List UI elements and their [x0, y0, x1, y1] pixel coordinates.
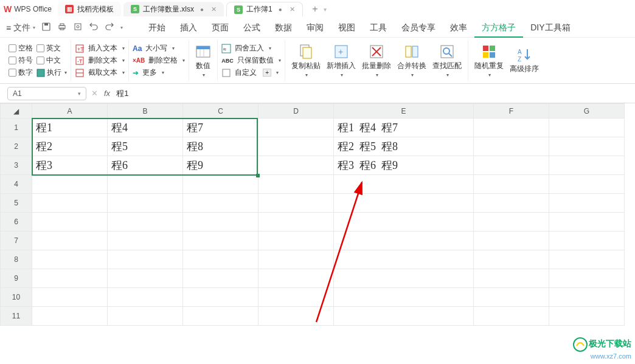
check-english[interactable]: 英文 [36, 43, 61, 53]
file-menu[interactable]: ≡ 文件 ▾ [6, 22, 35, 33]
cell-F7[interactable] [474, 232, 549, 250]
tab-workbook-2[interactable]: S 工作簿1 ● ✕ [226, 2, 303, 16]
cell-B11[interactable] [108, 307, 183, 326]
custom-button[interactable]: 自定义 + [221, 67, 281, 78]
delete-space-button[interactable]: ×AB 删除空格 [133, 55, 185, 66]
cell-G8[interactable] [549, 250, 625, 269]
new-insert-button[interactable]: +新增插入 [324, 44, 358, 78]
cell-A6[interactable] [32, 213, 108, 232]
advanced-sort-button[interactable]: AZ高级排序 [507, 47, 541, 74]
row-header-1[interactable]: 1 [1, 118, 32, 137]
add-tab-button[interactable]: + [309, 4, 321, 15]
cell-C3[interactable]: 程9 [183, 156, 259, 175]
redo-icon[interactable] [105, 22, 114, 33]
cell-E1[interactable]: 程1 程4 程7 [334, 118, 474, 137]
menu-review[interactable]: 审阅 [299, 22, 331, 33]
cell-E6[interactable] [334, 213, 474, 232]
cell-A5[interactable] [32, 194, 108, 213]
tab-workbook-1[interactable]: S 工作簿数量.xlsx ● ✕ [123, 2, 224, 16]
cell-D4[interactable] [259, 175, 334, 194]
undo-icon[interactable] [89, 22, 99, 33]
cell-B8[interactable] [108, 250, 183, 269]
cell-E7[interactable] [334, 232, 474, 250]
cell-G2[interactable] [549, 137, 625, 156]
preview-icon[interactable] [73, 22, 83, 33]
cell-E5[interactable] [334, 194, 474, 213]
case-button[interactable]: Aa 大小写 [133, 43, 185, 53]
cell-C1[interactable]: 程7 [183, 118, 259, 137]
find-match-button[interactable]: 查找匹配 [430, 44, 464, 78]
cell-D9[interactable] [259, 269, 334, 288]
cell-A8[interactable] [32, 250, 108, 269]
menu-page[interactable]: 页面 [204, 22, 236, 33]
cell-G4[interactable] [549, 175, 625, 194]
print-icon[interactable] [57, 22, 67, 33]
col-header-D[interactable]: D [259, 104, 334, 118]
row-header-9[interactable]: 9 [1, 269, 32, 288]
cell-B2[interactable]: 程5 [108, 137, 183, 156]
cell-C2[interactable]: 程8 [183, 137, 259, 156]
save-icon[interactable] [41, 22, 51, 33]
row-header-6[interactable]: 6 [1, 213, 32, 232]
cell-B1[interactable]: 程4 [108, 118, 183, 137]
col-header-B[interactable]: B [108, 104, 183, 118]
cell-F10[interactable] [474, 288, 549, 307]
cell-B9[interactable] [108, 269, 183, 288]
cell-E9[interactable] [334, 269, 474, 288]
cell-D10[interactable] [259, 288, 334, 307]
cell-D5[interactable] [259, 194, 334, 213]
row-header-5[interactable]: 5 [1, 194, 32, 213]
menu-data[interactable]: 数据 [268, 22, 299, 33]
cell-A2[interactable]: 程2 [32, 137, 108, 156]
cell-B10[interactable] [108, 288, 183, 307]
cell-G11[interactable] [549, 307, 625, 326]
batch-delete-button[interactable]: 批量删除 [359, 44, 394, 78]
cell-A11[interactable] [32, 307, 108, 326]
merge-convert-button[interactable]: 合并转换 [395, 44, 429, 78]
close-icon[interactable]: ✕ [211, 5, 217, 13]
row-header-4[interactable]: 4 [1, 175, 32, 194]
cell-F6[interactable] [474, 213, 549, 232]
cell-C6[interactable] [183, 213, 259, 232]
cell-E10[interactable] [334, 288, 474, 307]
menu-view[interactable]: 视图 [331, 22, 363, 33]
cell-A1[interactable]: 程1 [32, 118, 108, 137]
cell-G3[interactable] [549, 156, 625, 175]
cell-E2[interactable]: 程2 程5 程8 [334, 137, 474, 156]
cell-D3[interactable] [259, 156, 334, 175]
col-header-A[interactable]: A [32, 104, 108, 118]
cancel-formula-icon[interactable]: ✕ [91, 89, 98, 98]
menu-diy[interactable]: DIY工具箱 [523, 22, 577, 33]
cell-F5[interactable] [474, 194, 549, 213]
name-box[interactable]: A1 ▾ [7, 87, 86, 100]
cell-A3[interactable]: 程3 [32, 156, 108, 175]
cell-A10[interactable] [32, 288, 108, 307]
extract-text-button[interactable]: 截取文本 [75, 67, 125, 78]
menu-insert[interactable]: 插入 [173, 22, 204, 33]
cell-E3[interactable]: 程3 程6 程9 [334, 156, 474, 175]
cell-A7[interactable] [32, 232, 108, 250]
cell-D1[interactable] [259, 118, 334, 137]
cell-F1[interactable] [474, 118, 549, 137]
cell-A4[interactable] [32, 175, 108, 194]
cell-C9[interactable] [183, 269, 259, 288]
menu-ffgz[interactable]: 方方格子 [474, 18, 523, 38]
cell-G5[interactable] [549, 194, 625, 213]
cell-F4[interactable] [474, 175, 549, 194]
more-button[interactable]: ➔ 更多 [133, 67, 185, 78]
row-header-11[interactable]: 11 [1, 307, 32, 326]
cell-E4[interactable] [334, 175, 474, 194]
col-header-G[interactable]: G [549, 104, 625, 118]
keep-number-button[interactable]: ABC 只保留数值 [221, 55, 281, 66]
col-header-E[interactable]: E [334, 104, 474, 118]
cell-C5[interactable] [183, 194, 259, 213]
formula-value[interactable]: 程1 [116, 88, 128, 99]
row-header-8[interactable]: 8 [1, 250, 32, 269]
close-icon[interactable]: ✕ [290, 5, 295, 13]
fx-icon[interactable]: fx [104, 89, 110, 98]
cell-E8[interactable] [334, 250, 474, 269]
cell-E11[interactable] [334, 307, 474, 326]
cell-C4[interactable] [183, 175, 259, 194]
row-header-2[interactable]: 2 [1, 137, 32, 156]
delete-text-button[interactable]: -T删除文本 [75, 55, 125, 66]
